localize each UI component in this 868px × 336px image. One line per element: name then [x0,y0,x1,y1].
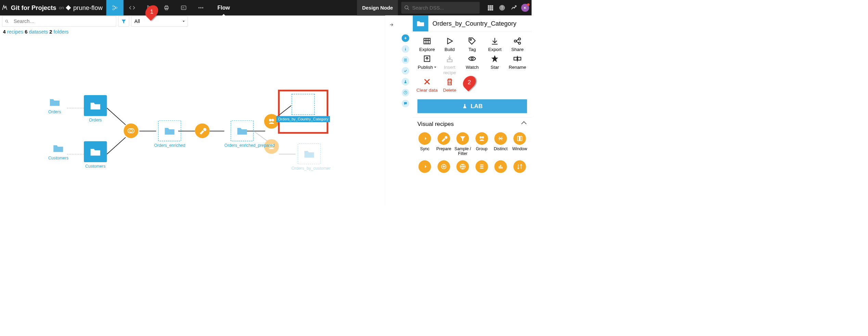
node-orders-by-customer[interactable]: Orders_by_customer [291,143,327,171]
export-action[interactable]: Export [484,37,506,52]
explore-action[interactable]: Explore [416,37,438,52]
rename-action[interactable]: Rename [506,54,529,75]
recipe-extra-1[interactable] [415,160,434,173]
svg-rect-30 [405,49,406,51]
activity-icon[interactable] [511,4,517,11]
svg-point-7 [199,7,200,8]
spine-comment-icon[interactable] [402,100,409,107]
right-panel: Orders_by_Country_Category Explore Build… [385,15,532,206]
recipe-extra-5[interactable] [491,160,510,173]
filter-value: All [135,18,140,24]
recipe-prepare[interactable] [195,124,210,138]
recipe-prepare[interactable]: Prepare [434,132,453,156]
recipe-extra-6[interactable] [510,160,529,173]
recipe-extra-3[interactable] [453,160,472,173]
svg-point-1 [113,9,114,10]
branch-icon [65,4,72,11]
nav-code-icon[interactable] [124,0,141,15]
flow-canvas[interactable]: Orders Customers Orders Customers Orders… [0,37,385,196]
lab-button[interactable]: LAB [417,99,527,113]
node-orders-source[interactable]: Orders [48,97,61,114]
help-icon[interactable]: ? [499,4,505,11]
node-customers[interactable]: Customers [84,141,107,169]
app-logo-icon[interactable] [0,4,10,11]
recipe-extra-4[interactable] [472,160,491,173]
build-action[interactable]: Build [438,37,461,52]
svg-rect-12 [490,5,491,7]
recipe-extra-2[interactable] [434,160,453,173]
delete-action[interactable]: Delete [438,78,461,93]
recipe-group[interactable]: Group [472,132,491,156]
svg-point-9 [202,7,203,8]
svg-rect-4 [165,6,167,7]
spine-lab-icon[interactable] [402,78,409,86]
svg-point-39 [519,42,521,44]
collapse-panel-icon[interactable] [386,19,397,30]
apps-icon[interactable] [487,4,493,11]
spine-add-icon[interactable] [402,34,409,42]
nav-more-icon[interactable] [192,0,209,15]
spine-list-icon[interactable] [402,56,409,64]
svg-point-0 [113,5,114,7]
flow-search[interactable] [2,16,116,27]
global-search[interactable] [401,2,480,14]
spine-check-icon[interactable] [402,67,409,75]
svg-rect-11 [488,5,489,7]
node-orders[interactable]: Orders [84,95,107,122]
recipe-join[interactable] [124,124,138,138]
node-customers-source[interactable]: Customers [48,143,68,160]
panel-actions: Explore Build Tag Export Share Publish I… [413,31,532,95]
svg-rect-33 [404,61,407,62]
star-action[interactable]: Star [484,54,506,75]
share-action[interactable]: Share [506,37,529,52]
svg-rect-41 [447,60,452,62]
recipe-distinct[interactable]: Distinct [491,132,510,156]
datasets-link[interactable]: datasets [29,29,48,35]
visual-recipes-header[interactable]: Visual recipes [413,117,532,130]
node-orders-enriched-prepared[interactable]: Orders_enriched_prepared [224,120,260,148]
svg-point-29 [405,48,406,49]
nav-dashboard-icon[interactable] [175,0,192,15]
on-label: on [58,5,65,11]
svg-rect-15 [490,7,491,9]
recipes-link[interactable]: recipes [7,29,23,35]
nav-flow-icon[interactable] [106,0,124,15]
svg-rect-44 [518,57,521,60]
node-orders-by-country-category[interactable]: Orders_by_Country_Category [278,90,328,134]
svg-rect-17 [488,9,489,10]
svg-point-45 [480,136,482,139]
watch-action[interactable]: Watch [461,54,484,75]
nav-print-icon[interactable] [158,0,175,15]
svg-rect-53 [501,167,502,169]
project-title[interactable]: Git for Projects [10,4,58,11]
node-orders-enriched[interactable]: Orders_enriched [154,120,185,148]
flow-tab-label[interactable]: Flow [214,4,233,11]
recipe-window[interactable]: Window [510,132,529,156]
svg-point-22 [5,20,8,22]
search-icon [404,5,410,11]
spine-info-icon[interactable] [402,45,409,53]
svg-point-37 [514,40,516,42]
recipe-sync[interactable]: Sync [415,132,434,156]
svg-point-25 [269,119,271,121]
svg-rect-52 [500,165,501,169]
svg-rect-32 [404,60,407,61]
flow-search-input[interactable] [12,18,116,24]
user-avatar[interactable]: K [521,4,529,12]
edge [139,131,156,131]
clear-data-action[interactable]: Clear data [416,78,438,93]
filter-button[interactable] [118,16,129,27]
folders-link[interactable]: folders [54,29,69,35]
svg-rect-16 [492,7,493,9]
edge [210,131,225,131]
svg-rect-19 [492,9,493,10]
filter-select[interactable]: All [131,16,188,27]
branch-name[interactable]: prune-flow [73,4,106,11]
lab-icon [462,103,468,109]
spine-history-icon[interactable] [402,89,409,96]
recipe-sample-filter[interactable]: Sample / Filter [453,132,472,156]
global-search-input[interactable] [410,5,477,11]
design-node-button[interactable]: Design Node [357,0,398,15]
publish-action[interactable]: Publish [416,54,438,75]
tag-action[interactable]: Tag [461,37,484,52]
